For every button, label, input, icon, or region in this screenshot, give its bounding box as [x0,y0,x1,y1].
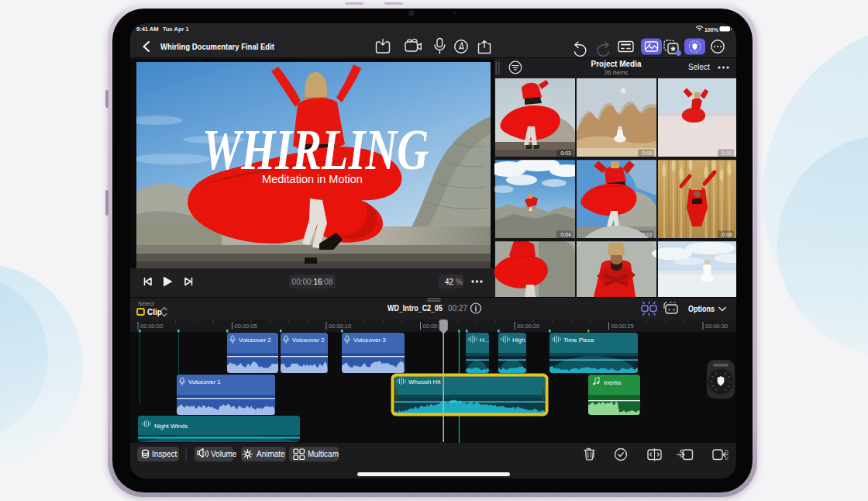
svg-text:Inspect: Inspect [152,450,177,458]
svg-text:Options: Options [688,304,715,313]
svg-text:00:00:25: 00:00:25 [611,323,634,330]
svg-text:00:00:00: 00:00:00 [140,323,163,330]
svg-text:Time Piece: Time Piece [563,337,594,344]
svg-text:Animate: Animate [257,450,285,458]
svg-text:Voiceover 1: Voiceover 1 [188,378,221,385]
svg-text:H...: H... [480,337,489,344]
svg-text:9:41 AM: 9:41 AM [136,26,158,33]
svg-text:Select: Select [138,300,155,307]
svg-text:Tue Apr 1: Tue Apr 1 [163,26,189,33]
svg-text:00:00:10: 00:00:10 [329,323,351,330]
svg-text:Whirling Documentary Final Edi: Whirling Documentary Final Edit [160,42,274,51]
svg-text:Whoosh Hit: Whoosh Hit [408,378,441,385]
svg-text:0:04: 0:04 [560,232,571,237]
svg-text:Voiceover 2: Voiceover 2 [292,337,325,344]
svg-text:Multicam: Multicam [308,450,339,458]
svg-text:Project Media: Project Media [591,60,641,68]
svg-text:0:09: 0:09 [642,150,653,156]
svg-text:Meditation in Motion: Meditation in Motion [262,173,363,185]
svg-text:0:06: 0:06 [722,232,732,237]
svg-text:100%: 100% [704,27,719,33]
svg-text:00:00:20: 00:00:20 [517,323,539,330]
svg-text:WD_Intro_C2_05: WD_Intro_C2_05 [388,303,443,313]
svg-text:Inertia: Inertia [604,379,622,386]
svg-text:00:00:30: 00:00:30 [705,323,728,330]
svg-text:Volume: Volume [211,450,237,458]
svg-text:Voiceover 3: Voiceover 3 [353,337,386,344]
svg-text:WHIRLING: WHIRLING [202,119,429,181]
svg-text:26 Items: 26 Items [604,69,629,76]
svg-text:Select: Select [688,63,710,71]
svg-text:Night Winds: Night Winds [154,423,188,430]
svg-text:Clip: Clip [147,308,162,316]
svg-text:00:27: 00:27 [448,304,467,313]
svg-text:0:10: 0:10 [722,150,732,156]
svg-text:00:00:16:08: 00:00:16:08 [292,278,333,286]
svg-text:00:00:05: 00:00:05 [235,323,257,330]
svg-text:Voiceover 2: Voiceover 2 [239,337,271,344]
svg-text:0:03: 0:03 [560,150,571,156]
svg-text:42 %: 42 % [445,278,463,286]
